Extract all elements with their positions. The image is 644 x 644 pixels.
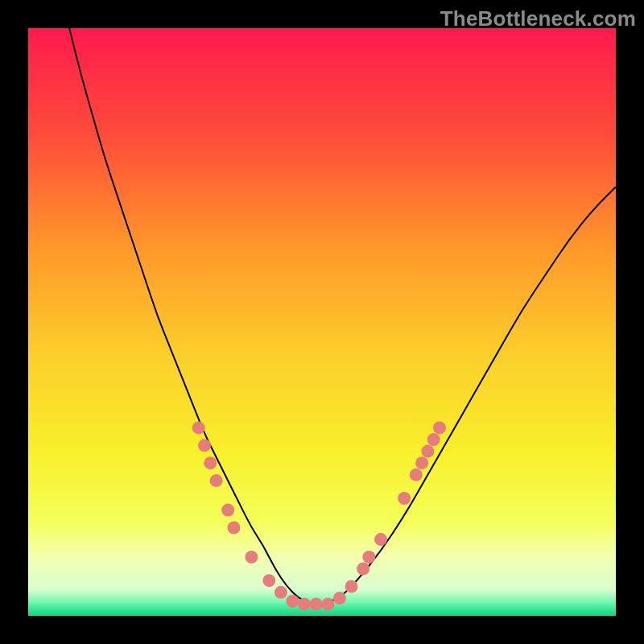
data-dot (398, 492, 411, 505)
data-dot (427, 433, 440, 446)
data-dot (345, 580, 358, 593)
gradient-background (28, 28, 616, 616)
data-dot (415, 456, 428, 469)
data-dot (198, 439, 211, 452)
data-dot (374, 533, 387, 546)
data-dot (228, 522, 241, 535)
data-dot (221, 504, 234, 517)
data-dot (362, 551, 375, 564)
data-dot (210, 474, 223, 487)
data-dot (321, 597, 334, 610)
data-dot (298, 597, 311, 610)
chart-frame: TheBottleneck.com (0, 0, 644, 644)
data-dot (275, 586, 287, 599)
data-dot (357, 563, 369, 576)
data-dot (262, 574, 275, 587)
data-dot (410, 469, 423, 481)
data-dot (433, 421, 446, 434)
data-dot (310, 597, 323, 610)
data-dot (421, 445, 434, 458)
data-dot (333, 592, 346, 605)
data-dot (192, 421, 205, 434)
data-dot (245, 551, 258, 564)
plot-area (28, 28, 616, 616)
data-dot (287, 595, 299, 608)
chart-svg (28, 28, 616, 616)
data-dot (204, 456, 217, 469)
